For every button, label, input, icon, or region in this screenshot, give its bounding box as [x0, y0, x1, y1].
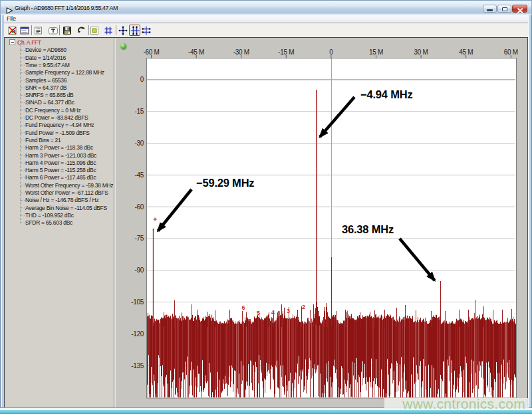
svg-text:-75: -75 — [134, 235, 144, 242]
svg-text:-120: -120 — [131, 330, 144, 338]
svg-text:36.38 MHz: 36.38 MHz — [342, 223, 394, 235]
svg-text:-15 M: -15 M — [278, 49, 294, 56]
svg-text:-135: -135 — [131, 362, 144, 369]
svg-text:60 M: 60 M — [504, 49, 518, 56]
svg-text:0: 0 — [140, 76, 144, 83]
svg-text:-60 M: -60 M — [143, 49, 159, 56]
svg-text:−59.29 MHz: −59.29 MHz — [196, 177, 254, 189]
svg-text:45 M: 45 M — [459, 49, 473, 56]
svg-text:-30: -30 — [134, 140, 144, 147]
svg-text:-15: -15 — [134, 108, 144, 115]
svg-text:4: 4 — [271, 309, 275, 316]
svg-text:-45: -45 — [134, 171, 144, 179]
svg-text:6: 6 — [241, 304, 245, 311]
svg-text:-60: -60 — [134, 203, 144, 211]
svg-text:2: 2 — [302, 304, 305, 310]
svg-text:-105: -105 — [131, 298, 144, 306]
svg-text:-90: -90 — [134, 266, 144, 274]
svg-text:5: 5 — [257, 310, 260, 316]
svg-text:30 M: 30 M — [414, 49, 428, 56]
svg-text:-45 M: -45 M — [188, 49, 204, 56]
svg-text:−4.94 MHz: −4.94 MHz — [360, 88, 412, 100]
svg-text:0: 0 — [329, 49, 333, 56]
svg-text:3: 3 — [287, 308, 290, 314]
svg-text:-30 M: -30 M — [233, 49, 249, 56]
svg-text:15 M: 15 M — [369, 49, 383, 56]
